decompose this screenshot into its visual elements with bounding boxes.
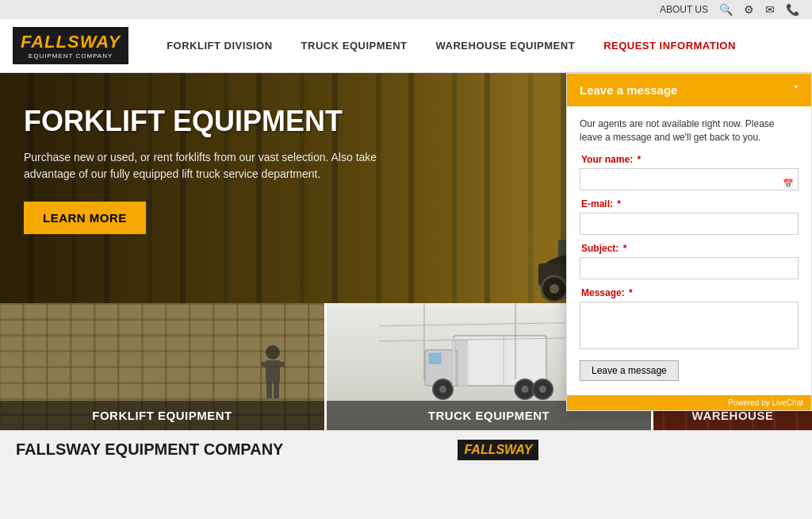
chat-subject-required: * bbox=[620, 243, 626, 254]
svg-rect-14 bbox=[261, 362, 270, 367]
chat-email-required: * bbox=[615, 198, 621, 210]
chat-header[interactable]: Leave a message ˅ bbox=[567, 74, 811, 106]
main-nav: FORKLIFT DIVISION TRUCK EQUIPMENT WAREHO… bbox=[152, 32, 799, 60]
nav-item-request-information[interactable]: REQUEST INFORMATION bbox=[589, 32, 750, 60]
chat-header-title: Leave a message bbox=[580, 83, 677, 97]
footer-company-name: FALLSWAY EQUIPMENT COMPANY bbox=[16, 440, 283, 459]
logo[interactable]: FALLSWAY EQUIPMENT COMPANY bbox=[13, 27, 128, 64]
chat-email-input[interactable] bbox=[580, 213, 799, 235]
chat-subject-input[interactable] bbox=[580, 257, 799, 279]
nav-item-truck-equipment[interactable]: TRUCK EQUIPMENT bbox=[287, 32, 422, 60]
svg-rect-16 bbox=[266, 381, 272, 398]
svg-point-28 bbox=[539, 386, 546, 393]
nav-item-forklift-division[interactable]: FORKLIFT DIVISION bbox=[152, 32, 286, 60]
chat-name-required: * bbox=[634, 154, 641, 165]
chat-email-label: E-mail: * bbox=[580, 198, 799, 210]
logo-sub-text: EQUIPMENT COMPANY bbox=[29, 52, 113, 60]
svg-point-12 bbox=[266, 345, 280, 359]
thumb-label-forklift: FORKLIFT EQUIPMENT bbox=[0, 401, 324, 430]
svg-rect-17 bbox=[274, 381, 279, 398]
footer-logo-text: FALLSWAY bbox=[464, 443, 532, 456]
chat-message-textarea[interactable] bbox=[580, 302, 799, 349]
chat-body: Our agents are not available right now. … bbox=[567, 106, 811, 395]
chat-name-label: Your name: * bbox=[580, 154, 799, 165]
search-icon[interactable]: 🔍 bbox=[719, 3, 733, 16]
footer-strip: FALLSWAY EQUIPMENT COMPANY FALLSWAY bbox=[0, 430, 812, 468]
mail-icon[interactable]: ✉ bbox=[765, 3, 775, 16]
logo-main-text: FALLSWAY bbox=[21, 32, 121, 52]
about-us-link[interactable]: ABOUT US bbox=[660, 4, 708, 15]
chat-name-row: 📅 bbox=[580, 168, 799, 198]
chat-submit-button[interactable]: Leave a message bbox=[580, 360, 679, 381]
svg-point-24 bbox=[439, 386, 446, 393]
svg-point-9 bbox=[550, 284, 559, 294]
chat-subject-label: Subject: * bbox=[580, 243, 799, 254]
phone-icon[interactable]: 📞 bbox=[786, 3, 799, 16]
forklift-person-svg bbox=[253, 343, 293, 406]
chat-footer: Powered by LiveChat bbox=[567, 395, 811, 410]
hero-title: FORKLIFT EQUIPMENT bbox=[24, 105, 420, 138]
chat-message-required: * bbox=[626, 287, 633, 298]
chat-message-label: Message: * bbox=[580, 287, 799, 298]
calendar-icon: 📅 bbox=[783, 178, 794, 188]
chat-notice-text: Our agents are not available right now. … bbox=[580, 117, 799, 144]
nav-item-warehouse-equipment[interactable]: WAREHOUSE EQUIPMENT bbox=[422, 32, 590, 60]
chat-name-input[interactable] bbox=[580, 168, 799, 190]
svg-point-26 bbox=[521, 386, 528, 393]
chat-panel: Leave a message ˅ Our agents are not ava… bbox=[566, 73, 812, 411]
hero-content: FORKLIFT EQUIPMENT Purchase new or used,… bbox=[0, 73, 444, 250]
chat-powered-by: Powered by LiveChat bbox=[728, 398, 803, 407]
svg-rect-15 bbox=[275, 362, 285, 367]
site-header: FALLSWAY EQUIPMENT COMPANY FORKLIFT DIVI… bbox=[0, 19, 812, 73]
footer-logo: FALLSWAY bbox=[458, 440, 538, 460]
settings-icon[interactable]: ⚙ bbox=[744, 3, 754, 16]
thumb-item-forklift[interactable]: FORKLIFT EQUIPMENT bbox=[0, 303, 327, 430]
chat-chevron-icon[interactable]: ˅ bbox=[793, 84, 799, 97]
hero-cta-button[interactable]: LEARN MORE bbox=[24, 202, 146, 234]
top-bar: ABOUT US 🔍 ⚙ ✉ 📞 bbox=[0, 0, 812, 19]
hero-description: Purchase new or used, or rent forklifts … bbox=[24, 149, 420, 183]
